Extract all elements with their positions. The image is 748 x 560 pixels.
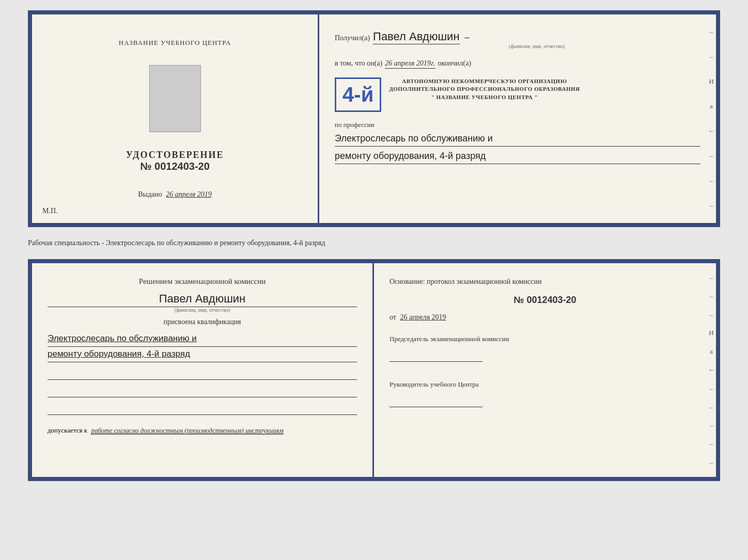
- top-doc-left: НАЗВАНИЕ УЧЕБНОГО ЦЕНТРА УДОСТОВЕРЕНИЕ №…: [32, 14, 319, 223]
- osnov-title: Основание: протокол экзаменационной коми…: [389, 276, 700, 287]
- issued-label: Выдано: [138, 190, 162, 198]
- profession-value-2: ремонту оборудования, 4-й разряд: [335, 149, 700, 164]
- stamp-org-text: АВТОНОМНУЮ НЕКОММЕРЧЕСКУЮ ОРГАНИЗАЦИЮ ДО…: [389, 77, 580, 101]
- separator-label: Рабочая специальность - Электрослесарь п…: [28, 239, 325, 247]
- ruk-label: Руководитель учебного Центра: [389, 380, 700, 389]
- stamp-line2: ДОПОЛНИТЕЛЬНОГО ПРОФЕССИОНАЛЬНОГО ОБРАЗО…: [389, 85, 580, 93]
- stamp-line1: АВТОНОМНУЮ НЕКОММЕРЧЕСКУЮ ОРГАНИЗАЦИЮ: [389, 77, 580, 85]
- top-document: НАЗВАНИЕ УЧЕБНОГО ЦЕНТРА УДОСТОВЕРЕНИЕ №…: [28, 10, 720, 227]
- top-center-title: НАЗВАНИЕ УЧЕБНОГО ЦЕНТРА: [119, 39, 231, 47]
- predsed-sig-line: [389, 351, 482, 362]
- ot-label: от: [389, 313, 396, 321]
- stamp-section: 4-й АВТОНОМНУЮ НЕКОММЕРЧЕСКУЮ ОРГАНИЗАЦИ…: [335, 77, 700, 112]
- stamp-line3: " НАЗВАНИЕ УЧЕБНОГО ЦЕНТРА ": [389, 93, 580, 101]
- separator-text: Рабочая специальность - Электрослесарь п…: [28, 236, 720, 250]
- bottom-person-name: Павел Авдюшин: [48, 292, 357, 307]
- qual-line1: Электрослесарь по обслуживанию и: [48, 331, 357, 347]
- completed-date: 26 апреля 2019г.: [385, 59, 435, 69]
- bottom-doc-left: Решением экзаменационной комиссии Павел …: [32, 263, 374, 477]
- blank-line-3: [48, 405, 357, 415]
- recipient-name: Павел Авдюшин: [373, 30, 459, 44]
- stamp-box: 4-й: [335, 77, 381, 112]
- bottom-person-section: Павел Авдюшин (фамилия, имя, отчество): [48, 292, 357, 313]
- fio-small-bottom: (фамилия, имя, отчество): [48, 307, 357, 313]
- profession-section: по профессии Электрослесарь по обслужива…: [335, 121, 700, 164]
- issued-section: Выдано 26 апреля 2019: [138, 190, 212, 199]
- blank-line-1: [48, 370, 357, 380]
- right-margin-top: – – И а ← – – –: [707, 14, 716, 223]
- okonchil-text: окончил(а): [438, 59, 472, 68]
- stamp-grade: 4-й: [342, 83, 373, 106]
- cert-number: № 0012403-20: [126, 161, 224, 172]
- commission-title: Решением экзаменационной комиссии: [48, 276, 357, 287]
- predsed-label: Председатель экзаменационной комиссии: [389, 334, 700, 344]
- issued-date: 26 апреля 2019: [166, 190, 211, 198]
- dash-top: –: [465, 32, 470, 42]
- cert-title: УДОСТОВЕРЕНИЕ: [126, 150, 224, 161]
- bottom-doc-right: Основание: протокол экзаменационной коми…: [374, 263, 716, 477]
- допускается-value: работе согласно должностным (производств…: [91, 426, 283, 435]
- recipient-name-container: Павел Авдюшин – (фамилия, имя, отчество): [373, 30, 700, 49]
- photo-placeholder: [149, 65, 201, 132]
- допускается-label: допускается к: [48, 426, 87, 434]
- profession-value-1: Электрослесарь по обслуживанию и: [335, 131, 700, 147]
- osnov-number: № 0012403-20: [389, 295, 700, 306]
- recipient-label: Получил(а): [335, 34, 370, 42]
- osnov-date-section: от 26 апреля 2019: [389, 313, 700, 322]
- vtom-section: в том, что он(а) 26 апреля 2019г. окончи…: [335, 59, 700, 69]
- допускается-section: допускается к работе согласно должностны…: [48, 426, 357, 435]
- qual-value-section: Электрослесарь по обслуживанию и ремонту…: [48, 331, 357, 362]
- po-professii: по профессии: [335, 121, 700, 129]
- ruk-section: Руководитель учебного Центра: [389, 380, 700, 407]
- blank-line-2: [48, 387, 357, 397]
- bottom-document: Решением экзаменационной комиссии Павел …: [28, 259, 720, 481]
- cert-section: УДОСТОВЕРЕНИЕ № 0012403-20: [126, 150, 224, 172]
- vtom-text: в том, что он(а): [335, 59, 382, 68]
- ot-date: 26 апреля 2019: [400, 313, 446, 321]
- prisvoena-label: присвоена квалификация: [48, 318, 357, 326]
- mp-label: М.П.: [42, 207, 58, 215]
- ruk-sig-line: [389, 397, 482, 407]
- top-doc-right: Получил(а) Павел Авдюшин – (фамилия, имя…: [319, 14, 716, 223]
- recipient-section: Получил(а) Павел Авдюшин – (фамилия, имя…: [335, 30, 700, 49]
- qual-line2: ремонту оборудования, 4-й разряд: [48, 347, 357, 362]
- predsed-section: Председатель экзаменационной комиссии: [389, 334, 700, 362]
- right-margin-bottom: – – – И а ← – – – – –: [707, 263, 716, 477]
